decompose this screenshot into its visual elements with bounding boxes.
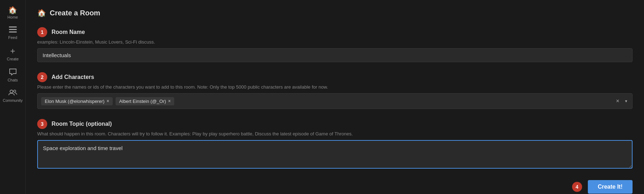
svg-rect-1 <box>9 29 17 30</box>
tags-dropdown-button[interactable]: ▾ <box>624 99 629 104</box>
create-it-button[interactable]: Create It! <box>588 180 633 194</box>
section2-title: Add Characters <box>52 74 94 80</box>
home-icon: 🏠 <box>8 6 17 14</box>
feed-icon <box>9 26 17 34</box>
add-characters-section: 2 Add Characters Please enter the names … <box>37 72 633 109</box>
create-button-area: 4 Create It! <box>37 180 633 194</box>
tag-albert-einstein-label: Albert Einstein (@_Or) <box>119 99 166 104</box>
section2-hint: Please enter the names or ids of the cha… <box>37 84 633 90</box>
tags-input-actions: × ▾ <box>615 98 629 104</box>
create-icon: + <box>10 47 15 55</box>
tag-albert-einstein: Albert Einstein (@_Or) × <box>116 97 174 105</box>
tag-elon-musk-label: Elon Musk (@elonwhisperer) <box>45 99 104 104</box>
sidebar-item-home[interactable]: 🏠 Home <box>0 3 25 23</box>
section3-title: Room Topic (optional) <box>52 121 112 127</box>
section3-hint: What should happen in this room. Charact… <box>37 131 633 136</box>
room-topic-section: 3 Room Topic (optional) What should happ… <box>37 119 633 170</box>
sidebar: 🏠 Home Feed + Create Chats <box>0 0 26 194</box>
section1-header: 1 Room Name <box>37 27 633 37</box>
tags-clear-button[interactable]: × <box>615 98 621 104</box>
step2-badge: 2 <box>37 72 47 82</box>
sidebar-label-feed: Feed <box>8 35 17 40</box>
section1-hint: examples: Lincoln-Einstein, Music Lovers… <box>37 39 633 45</box>
sidebar-item-chats[interactable]: Chats <box>0 65 25 86</box>
characters-tags-input[interactable]: Elon Musk (@elonwhisperer) × Albert Eins… <box>37 93 633 109</box>
sidebar-item-create[interactable]: + Create <box>0 43 25 65</box>
chats-icon <box>9 68 17 76</box>
svg-rect-2 <box>9 31 17 33</box>
section1-title: Room Name <box>52 29 85 35</box>
sidebar-label-home: Home <box>8 15 18 19</box>
sidebar-label-chats: Chats <box>8 78 18 82</box>
room-topic-textarea[interactable]: Space exploration and time travel <box>37 140 633 169</box>
section2-header: 2 Add Characters <box>37 72 633 82</box>
main-content: 🏠 Create a Room 1 Room Name examples: Li… <box>26 0 644 194</box>
step1-badge: 1 <box>37 27 47 37</box>
sidebar-label-create: Create <box>7 57 19 61</box>
svg-rect-3 <box>9 26 12 28</box>
room-header-icon: 🏠 <box>37 9 46 17</box>
page-header: 🏠 Create a Room <box>37 9 633 17</box>
sidebar-item-feed[interactable]: Feed <box>0 23 25 43</box>
sidebar-item-community[interactable]: Community <box>0 86 25 106</box>
page-title: Create a Room <box>50 9 100 17</box>
svg-point-5 <box>14 90 16 92</box>
step3-badge: 3 <box>37 119 47 129</box>
sidebar-label-community: Community <box>3 98 23 103</box>
section3-header: 3 Room Topic (optional) <box>37 119 633 129</box>
tag-elon-musk-remove[interactable]: × <box>107 99 109 104</box>
svg-point-4 <box>10 90 13 93</box>
room-name-input[interactable] <box>37 48 633 62</box>
tag-albert-einstein-remove[interactable]: × <box>168 99 171 104</box>
community-icon <box>9 89 17 97</box>
room-name-section: 1 Room Name examples: Lincoln-Einstein, … <box>37 27 633 62</box>
step4-badge: 4 <box>572 182 582 192</box>
tag-elon-musk: Elon Musk (@elonwhisperer) × <box>41 97 113 105</box>
